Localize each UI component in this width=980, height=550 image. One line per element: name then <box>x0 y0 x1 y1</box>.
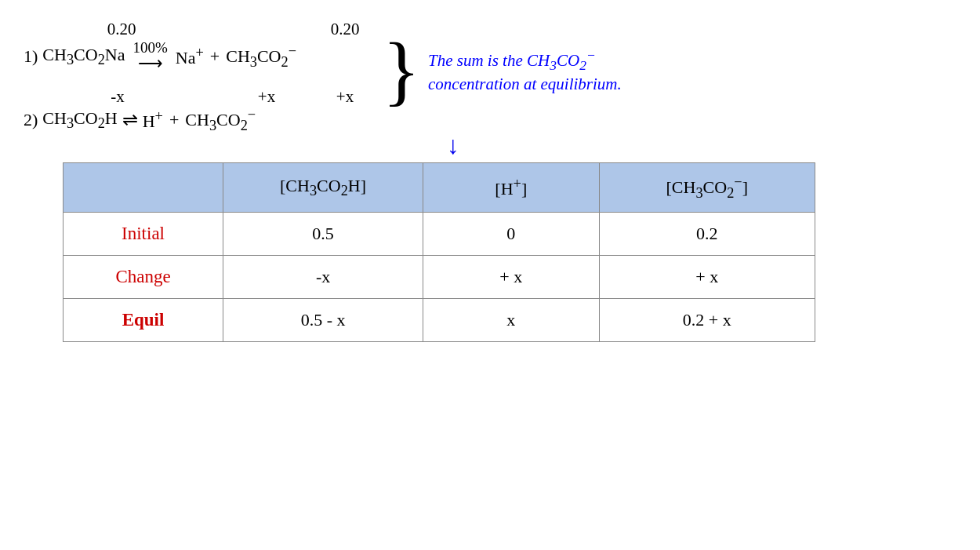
initial-label-text: Initial <box>122 224 165 243</box>
rxn1-equation: 1) CH3CO2Na 100% ⟶ Na+ + CH3CO2− <box>24 39 376 74</box>
note-line2: concentration at equilibrium. <box>428 75 622 93</box>
rxn2-plus: + <box>169 110 179 130</box>
rxn2-product2: CH3CO2− <box>185 107 256 134</box>
table-row-change: Change -x + x + x <box>64 256 815 299</box>
label-change: Change <box>64 256 223 299</box>
table-row-initial: Initial 0.5 0 0.2 <box>64 213 815 256</box>
rxn1-number: 1) <box>24 46 38 67</box>
change-col2: + x <box>423 256 599 299</box>
initial-col3: 0.2 <box>599 213 815 256</box>
note-text-block: The sum is the CH3CO2− concentration at … <box>428 47 622 93</box>
table-row-equil: Equil 0.5 - x x 0.2 + x <box>64 299 815 342</box>
equil-col2: x <box>423 299 599 342</box>
initial-col2: 0 <box>423 213 599 256</box>
header-col3: [CH3CO2−] <box>599 162 815 213</box>
header-col0 <box>64 162 223 213</box>
rxn2-product1: H+ <box>143 108 163 132</box>
curly-brace-icon: } <box>383 31 420 110</box>
label-initial: Initial <box>64 213 223 256</box>
change-col3: + x <box>599 256 815 299</box>
rxn1-conc-reactant: 0.20 <box>107 20 136 38</box>
reactions-column: 0.20 0.20 1) CH3C <box>24 16 376 134</box>
rxn1-conc-product2-above: 0.20 <box>331 20 360 38</box>
rxn1-plus: + <box>210 46 220 67</box>
rxn1-numbers-above: 0.20 0.20 <box>24 16 376 39</box>
header-col2: [H+] <box>423 162 599 213</box>
rxn2-change-p1: +x <box>258 87 275 106</box>
rxn2-change-p2: +x <box>336 87 354 106</box>
rxn2-equation: 2) CH3CO2H ⇌ H+ + CH3CO2− <box>24 107 376 134</box>
rxn1-block: 0.20 0.20 1) CH3C <box>24 16 376 74</box>
rxn1-product1: Na+ <box>176 45 204 68</box>
rxn1-arrow-icon: ⟶ <box>138 53 163 74</box>
label-equil: Equil <box>64 299 223 342</box>
change-col1: -x <box>223 256 423 299</box>
blue-down-arrow-icon: ↓ <box>447 133 459 158</box>
top-section: 0.20 0.20 1) CH3C <box>24 16 956 134</box>
rxn2-number: 2) <box>24 110 38 130</box>
change-label-text: Change <box>115 267 170 286</box>
ice-table: [CH3CO2H] [H+] [CH3CO2−] Initial 0.5 0 0… <box>63 162 815 343</box>
rxn2-reactant: CH3CO2H <box>42 108 117 132</box>
equil-col1: 0.5 - x <box>223 299 423 342</box>
equil-col3: 0.2 + x <box>599 299 815 342</box>
brace-note-col: } The sum is the CH3CO2− concentration a… <box>383 31 622 110</box>
rxn1-product2: CH3CO2− <box>226 43 296 71</box>
rxn2-change-reactant: -x <box>111 87 125 106</box>
initial-col1: 0.5 <box>223 213 423 256</box>
equil-label-text: Equil <box>122 310 165 330</box>
rxn2-block: -x +x +x 2) CH3CO2H ⇌ H+ <box>24 83 376 134</box>
rxn2-change-above: -x +x +x <box>24 83 376 107</box>
rxn1-reactant: CH3CO2Na <box>42 45 125 68</box>
header-col1: [CH3CO2H] <box>223 162 423 213</box>
rxn2-equilibrium-arrow: ⇌ <box>122 109 138 131</box>
note-line1: The sum is the CH3CO2− <box>428 51 596 70</box>
main-container: 0.20 0.20 1) CH3C <box>0 0 980 550</box>
table-header-row: [CH3CO2H] [H+] [CH3CO2−] <box>64 162 815 213</box>
